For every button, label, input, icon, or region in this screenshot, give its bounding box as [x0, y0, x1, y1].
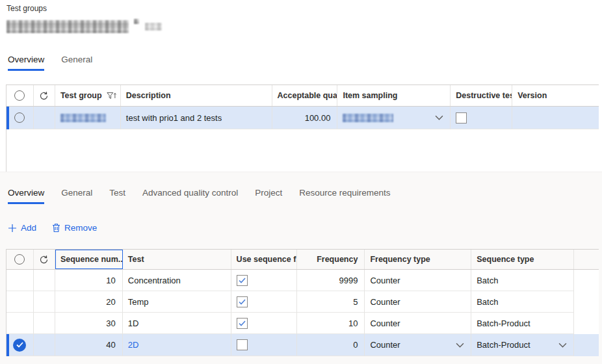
detail-tab-resource-requirements[interactable]: Resource requirements	[299, 188, 390, 204]
use-sequence-cell[interactable]	[231, 334, 297, 356]
detail-tab-overview[interactable]: Overview	[8, 188, 44, 204]
sequence-number-cell[interactable]: 30	[55, 313, 123, 334]
use-sequence-checkbox[interactable]	[237, 275, 248, 286]
refresh-icon[interactable]	[39, 255, 49, 265]
column-header-item-sampling[interactable]: Item sampling	[337, 85, 451, 106]
use-sequence-checkbox[interactable]	[237, 318, 248, 329]
row-select-cell[interactable]	[7, 334, 34, 356]
select-all-cell[interactable]	[7, 85, 34, 106]
column-header-acceptable-quantity[interactable]: Acceptable qua...	[272, 85, 338, 106]
frequency-type-cell[interactable]: Counter	[365, 291, 471, 313]
test-row[interactable]: 20 Temp 5 Counter Batch	[6, 291, 599, 313]
item-sampling-cell[interactable]	[337, 107, 451, 129]
detail-tab-general[interactable]: General	[61, 188, 92, 204]
chevron-down-icon[interactable]	[435, 115, 443, 120]
acceptable-quantity-cell[interactable]: 100.00	[272, 107, 338, 129]
row-select-circle-icon[interactable]	[14, 112, 25, 123]
column-header-frequency-type[interactable]: Frequency type	[365, 250, 471, 269]
tests-grid-header: Sequence num... Test Use sequence f... F…	[6, 249, 599, 270]
filter-sort-icon	[107, 92, 117, 100]
test-row[interactable]: 30 1D 10 Counter Batch-Product	[6, 313, 599, 334]
refresh-cell[interactable]	[34, 250, 55, 269]
use-sequence-cell[interactable]	[231, 313, 297, 334]
master-tabs: Overview General	[8, 55, 92, 71]
column-header-use-sequence[interactable]: Use sequence f...	[231, 250, 297, 269]
row-select-cell[interactable]	[7, 107, 34, 129]
test-cell[interactable]: 2D	[123, 334, 231, 356]
tab-general[interactable]: General	[61, 55, 92, 71]
test-group-value-blur	[60, 114, 106, 122]
detail-tab-test[interactable]: Test	[109, 188, 125, 204]
test-cell[interactable]: Temp	[123, 291, 231, 313]
row-selected-check-icon[interactable]	[13, 339, 26, 352]
test-cell[interactable]: Concentration	[123, 270, 231, 291]
record-title-tail-blur	[145, 23, 162, 31]
use-sequence-cell[interactable]	[231, 270, 297, 291]
column-header-version[interactable]: Version	[512, 85, 599, 106]
column-header-test-group[interactable]: Test group	[55, 85, 121, 106]
sequence-type-cell[interactable]: Batch	[471, 291, 574, 313]
test-link[interactable]: 2D	[128, 340, 139, 350]
test-group-row[interactable]: test with prio1 and 2 tests 100.00	[6, 107, 599, 129]
use-sequence-checkbox[interactable]	[237, 339, 248, 350]
frequency-type-cell[interactable]: Counter	[365, 313, 471, 334]
sequence-type-cell[interactable]: Batch	[471, 270, 574, 291]
chevron-down-icon[interactable]	[456, 343, 464, 348]
row-refresh-cell	[34, 313, 55, 334]
test-group-cell[interactable]	[55, 107, 121, 129]
sequence-number-cell[interactable]: 20	[55, 291, 123, 313]
filler-cell	[574, 291, 599, 313]
add-button[interactable]: Add	[8, 223, 36, 233]
use-sequence-checkbox[interactable]	[237, 296, 248, 307]
row-select-cell[interactable]	[7, 313, 34, 334]
sequence-number-cell[interactable]: 40	[55, 334, 123, 356]
grid-empty-area	[6, 129, 599, 172]
detail-tab-project[interactable]: Project	[255, 188, 282, 204]
destructive-test-cell[interactable]	[451, 107, 512, 129]
tests-grid: Sequence num... Test Use sequence f... F…	[6, 249, 599, 356]
frequency-cell[interactable]: 0	[297, 334, 365, 356]
frequency-cell[interactable]: 5	[297, 291, 365, 313]
row-select-cell[interactable]	[7, 291, 34, 313]
column-header-test[interactable]: Test	[123, 250, 231, 269]
column-header-frequency[interactable]: Frequency	[297, 250, 365, 269]
column-header-description[interactable]: Description	[121, 85, 272, 106]
checkmark-icon	[239, 278, 246, 283]
detail-tab-advanced-quality-control[interactable]: Advanced quality control	[142, 188, 238, 204]
test-groups-grid: Test group Description Acceptable qua...…	[6, 84, 599, 172]
refresh-icon[interactable]	[39, 91, 49, 101]
version-cell[interactable]	[512, 107, 599, 129]
trash-icon	[52, 223, 60, 233]
sequence-number-cell[interactable]: 10	[55, 270, 123, 291]
checkmark-icon	[16, 342, 23, 348]
detail-toolbar: Add Remove	[8, 223, 97, 233]
destructive-test-checkbox[interactable]	[456, 112, 467, 124]
remove-button[interactable]: Remove	[52, 223, 97, 233]
row-select-cell[interactable]	[7, 270, 34, 291]
use-sequence-cell[interactable]	[231, 291, 297, 313]
column-header-destructive-test[interactable]: Destructive test	[451, 85, 512, 106]
filler-cell	[574, 334, 599, 356]
checkmark-icon	[239, 299, 246, 305]
column-header-sequence-number[interactable]: Sequence num...	[55, 250, 123, 269]
frequency-type-cell[interactable]: Counter	[365, 270, 471, 291]
test-row[interactable]: 40 2D 0 Counter Batch-Product	[6, 334, 599, 356]
add-icon	[8, 224, 17, 233]
frequency-cell[interactable]: 10	[297, 313, 365, 334]
record-title-blur	[7, 20, 129, 33]
record-title-redacted	[7, 20, 162, 34]
column-header-sequence-type[interactable]: Sequence type	[471, 250, 574, 269]
sequence-type-cell[interactable]: Batch-Product	[471, 313, 574, 334]
test-cell[interactable]: 1D	[123, 313, 231, 334]
frequency-type-cell[interactable]: Counter	[365, 334, 471, 356]
frequency-cell[interactable]: 9999	[297, 270, 365, 291]
select-all-circle-icon[interactable]	[14, 90, 25, 101]
select-all-cell[interactable]	[7, 250, 34, 269]
description-cell[interactable]: test with prio1 and 2 tests	[121, 107, 272, 129]
select-all-circle-icon[interactable]	[14, 254, 25, 265]
sequence-type-cell[interactable]: Batch-Product	[471, 334, 574, 356]
chevron-down-icon[interactable]	[558, 343, 567, 348]
refresh-cell[interactable]	[34, 85, 55, 106]
test-row[interactable]: 10 Concentration 9999 Counter Batch	[6, 270, 599, 291]
tab-overview[interactable]: Overview	[8, 55, 44, 71]
